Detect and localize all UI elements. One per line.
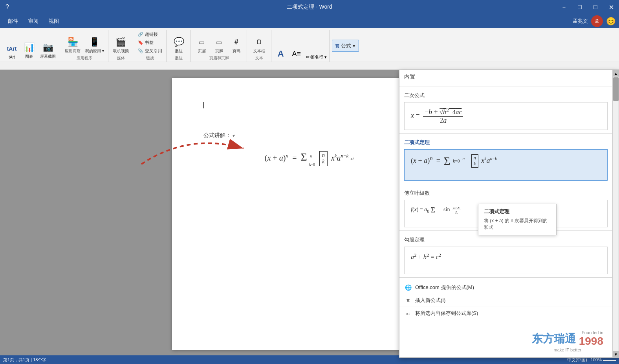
my-apps-icon: 📱 [88, 36, 101, 48]
comment-icon: 💬 [172, 36, 185, 48]
textbox-icon: 🗒 [253, 36, 266, 48]
formula-button[interactable]: π 公式 ▾ [332, 40, 359, 52]
ribbon-group-media: 🎬 联机视频 媒体 [109, 30, 133, 62]
divider-2 [399, 133, 612, 134]
ribbon-btn-online-video[interactable]: 🎬 联机视频 [112, 35, 130, 55]
main-content: 公式讲解： ↵ (x + a)n = Σ k=0 n n k [0, 70, 619, 358]
online-video-icon: 🎬 [115, 36, 127, 48]
ribbon-group-art: tArt tArt 📊 图表 📷 屏幕截图 [2, 30, 60, 62]
pythagorean-formula-box[interactable]: a2 + b2 = c2 [404, 247, 608, 274]
text-style-icon: A≡ [290, 48, 303, 60]
office-formula-item[interactable]: 🌐 Office.com 提供的公式(M) [399, 281, 612, 294]
section-label-fourier: 傅立叶级数 [399, 187, 612, 198]
cross-ref-icon: 📎 [138, 48, 143, 53]
ribbon-group-signature: A A≡ ✏ 签名行 ▾ [272, 30, 330, 62]
insert-formula-label: 插入新公式(I) [415, 297, 445, 304]
maximize-button[interactable]: □ [588, 0, 603, 14]
ribbon-group-links: 🔗 超链接 🔖 书签 📎 交叉引用 链接 [134, 30, 167, 62]
tooltip-popup: 二项式定理 将 (x + a) 的 n 次幂展开得到的和式 [478, 204, 557, 235]
footer-icon: ▭ [213, 36, 225, 48]
smiley-icon[interactable]: 😊 [606, 16, 616, 26]
close-button[interactable]: ✕ [603, 0, 619, 14]
scrollbar[interactable]: ▲ ▼ [612, 70, 619, 357]
ribbon-btn-tart[interactable]: tArt tArt [4, 42, 20, 60]
menu-view[interactable]: 视图 [44, 16, 64, 26]
horizontal-ruler [0, 62, 619, 70]
office-formula-label: Office.com 提供的公式(M) [415, 284, 474, 291]
tart-icon: tArt [5, 42, 18, 55]
save-formula-item[interactable]: π↓ 将所选内容保存到公式库(S) [399, 307, 612, 320]
user-area: 孟兆文 孟 😊 [573, 15, 616, 27]
ribbon-btn-cross-ref[interactable]: 📎 交叉引用 [136, 47, 164, 55]
section-label-quadratic: 二次公式 [399, 90, 612, 101]
app-store-icon: 🏪 [66, 36, 79, 48]
ribbon-btn-footer[interactable]: ▭ 页脚 [211, 35, 227, 55]
save-pi-icon: π↓ [404, 309, 412, 317]
formula-dropdown-arrow: ▾ [353, 43, 355, 49]
ribbon-btn-page-num[interactable]: # 页码 [229, 35, 244, 55]
signature-icon: ✏ [306, 55, 310, 60]
office-icon: 🌐 [404, 284, 412, 291]
ribbon-formula-area: π 公式 ▾ [332, 30, 359, 62]
ribbon-btn-app-store[interactable]: 🏪 应用商店 [63, 35, 82, 55]
divider-5 [399, 277, 612, 278]
minimize-button[interactable]: － [556, 0, 572, 14]
scroll-down-arrow[interactable]: ▼ [613, 351, 619, 357]
help-icon[interactable]: ? [4, 2, 11, 12]
dropdown-panel: ▲ ▼ 内置 二次公式 x = −b ± √b2−4ac 2a [399, 70, 619, 358]
hyperlink-icon: 🔗 [138, 32, 143, 37]
section-label-binomial: 二项式定理 [399, 137, 612, 148]
title-bar: ? 二项式定理 - Word － □ □ ✕ [0, 0, 619, 14]
window-title: 二项式定理 - Word [287, 4, 332, 11]
divider-1 [399, 86, 612, 86]
save-formula-label: 将所选内容保存到公式库(S) [415, 310, 478, 317]
binomial-formula-box[interactable]: (x + a)n = Σ k=0 n n k xkan−k [404, 149, 608, 181]
divider-3 [399, 184, 612, 184]
scroll-up-arrow[interactable]: ▲ [613, 70, 619, 77]
ribbon-btn-my-apps[interactable]: 📱 我的应用 ▾ [84, 35, 106, 55]
titlebar-controls: － □ □ ✕ [556, 0, 619, 14]
titlebar-left: ? [4, 0, 11, 14]
formula-label-text: 公式讲解： ↵ [203, 132, 416, 139]
restore-button[interactable]: □ [572, 0, 588, 14]
bookmark-icon: 🔖 [138, 40, 143, 45]
text-cursor [203, 102, 204, 108]
ribbon: tArt tArt 📊 图表 📷 屏幕截图 🏪 应用商店 [0, 28, 619, 62]
header-icon: ▭ [196, 36, 208, 48]
ribbon-btn-bookmark[interactable]: 🔖 书签 [136, 39, 164, 46]
scroll-thumb[interactable] [613, 77, 619, 101]
ribbon-btn-chart[interactable]: 📊 图表 [21, 40, 37, 60]
main-formula: (x + a)n = Σ k=0 n n k xkan−k ↵ [203, 151, 416, 166]
ribbon-group-comments: 💬 批注 批注 [167, 30, 191, 62]
tooltip-title: 二项式定理 [484, 208, 551, 215]
ribbon-btn-textbox[interactable]: 🗒 文本框 [251, 35, 267, 55]
ribbon-group-apps: 🏪 应用商店 📱 我的应用 ▾ 应用程序 [61, 30, 108, 62]
insert-pi-icon: π [404, 296, 412, 304]
pi-icon: π [335, 42, 339, 50]
section-label-pythagorean: 勾股定理 [399, 234, 612, 245]
ribbon-btn-comment[interactable]: 💬 批注 [171, 35, 187, 55]
ribbon-btn-header[interactable]: ▭ 页眉 [194, 35, 210, 55]
ribbon-group-text: 🗒 文本框 文本 [248, 30, 271, 62]
ribbon-btn-screenshot[interactable]: 📷 屏幕截图 [38, 40, 57, 60]
insert-formula-item[interactable]: π 插入新公式(I) [399, 294, 612, 307]
menu-review[interactable]: 审阅 [24, 16, 43, 26]
menu-bar: 邮件 审阅 视图 孟兆文 孟 😊 [0, 14, 619, 28]
chart-icon: 📊 [23, 41, 35, 54]
formula-label: 公式 [341, 42, 351, 49]
avatar[interactable]: 孟 [591, 15, 603, 27]
screenshot-icon: 📷 [42, 41, 54, 54]
built-in-label: 内置 [399, 70, 612, 83]
ribbon-group-header-footer: ▭ 页眉 ▭ 页脚 # 页码 页眉和页脚 [192, 30, 247, 62]
tooltip-desc: 将 (x + a) 的 n 次幂展开得到的和式 [484, 218, 551, 231]
ribbon-btn-hyperlink[interactable]: 🔗 超链接 [136, 31, 164, 38]
quadratic-formula-box[interactable]: x = −b ± √b2−4ac 2a [404, 102, 608, 130]
username: 孟兆文 [573, 18, 588, 25]
menu-email[interactable]: 邮件 [3, 16, 23, 26]
page-num-icon: # [230, 36, 243, 48]
text-a-icon: A [275, 48, 287, 60]
